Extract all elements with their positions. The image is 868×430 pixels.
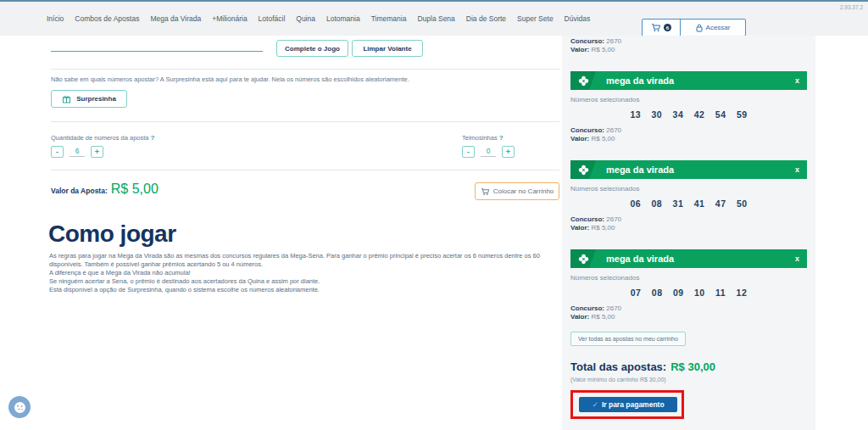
concurso-value: 2670 [606,37,621,45]
nav-item-combos[interactable]: Combos de Apostas [75,14,139,23]
cart-count-badge: 6 [664,24,671,31]
cart-top-item-valor: Valor: R$ 5,00 [570,46,806,54]
quantity-value[interactable]: 6 [70,147,85,157]
nav-item-super-sete[interactable]: Super Sete [517,14,554,23]
checkout-button[interactable]: ✓ Ir para pagamento [579,397,677,412]
clover-icon [570,249,596,268]
cart-item-valor: Valor: R$ 5,00 [570,135,806,143]
how-to-play-paragraph-2: A diferença é que a Mega da Virada não a… [49,269,568,277]
valor-label: Valor: [570,313,589,321]
valor-value: R$ 5,00 [591,135,615,142]
cart-icon [651,23,661,32]
complete-game-button[interactable]: Complete o Jogo [276,40,348,57]
cart-top-item-concurso: Concurso: 2670 [570,37,806,46]
teimosinhas-plus-button[interactable]: + [502,146,515,158]
cart-item-concurso: Concurso: 2670 [570,304,806,313]
selected-numbers: 06 08 31 41 47 50 [570,198,807,209]
cart-item-header: mega da virada x [570,71,807,90]
remove-bet-icon[interactable]: x [795,76,799,85]
cart-item-concurso: Concurso: 2670 [570,126,806,135]
annotation-highlight-box: ✓ Ir para pagamento [570,390,684,419]
cart-item-concurso: Concurso: 2670 [570,215,806,224]
nav-item-lotofacil[interactable]: Lotofácil [259,14,286,23]
cart-icon [481,187,490,196]
remove-bet-icon[interactable]: x [795,165,799,174]
quantity-stepper: - 6 + [51,146,103,158]
login-label: Acessar [706,24,731,31]
cookie-consent-button[interactable] [8,396,31,418]
cart-button[interactable]: 6 [643,20,681,36]
nav-item-inicio[interactable]: Início [47,14,64,23]
quantity-minus-button[interactable]: - [51,146,64,158]
concurso-label: Concurso: [570,37,604,45]
divider [51,69,559,70]
app-version: 2.93.37.2 [840,4,863,10]
how-to-play-title: Como jogar [48,221,176,248]
view-all-bets-button[interactable]: Ver todas as apostas no meu carrinho [570,332,686,346]
quantity-plus-button[interactable]: + [91,146,103,158]
teimosinhas-value[interactable]: 0 [481,147,496,157]
game-title: mega da virada [606,254,674,264]
cart-item-valor: Valor: R$ 5,00 [570,224,806,232]
nav-item-dia-de-sorte[interactable]: Dia de Sorte [466,14,506,23]
how-to-play-paragraph-3: Se ninguém acertar a Sena, o prêmio é de… [49,277,568,286]
concurso-label: Concurso: [570,126,604,134]
teimosinhas-minus-button[interactable]: - [462,146,475,158]
chosen-numbers-input[interactable] [51,39,263,52]
nav-item-duvidas[interactable]: Dúvidas [565,14,591,23]
quantity-label-text: Quantidade de números da aposta [51,134,149,142]
nav-item-milionaria[interactable]: +Milionária [212,14,247,23]
valor-label: Valor: [570,46,589,53]
cookie-icon [14,401,26,414]
cart-total-label: Total das apostas: [570,360,666,373]
teimosinhas-stepper: - 0 + [462,146,515,158]
add-to-cart-button[interactable]: Colocar no Carrinho [475,182,559,200]
numbers-selected-label: Números selecionados [570,274,806,282]
clear-ticket-button[interactable]: Limpar Volante [352,40,423,57]
clover-icon [570,71,596,90]
remove-bet-icon[interactable]: x [795,254,799,263]
nav-item-mega-da-virada[interactable]: Mega da Virada [150,14,201,23]
valor-label: Valor: [570,224,589,232]
cart-item-header: mega da virada x [570,160,807,179]
login-button[interactable]: Acessar [681,20,745,36]
main-nav: Início Combos de Apostas Mega da Virada … [47,2,590,36]
how-to-play-paragraph-4: Está disponível a opção de Surpresinha, … [49,286,568,294]
quantity-label: Quantidade de números da aposta ? [51,134,154,142]
nav-item-dupla-sena[interactable]: Dupla Sena [417,14,454,23]
top-navigation-bar: Início Combos de Apostas Mega da Virada … [0,2,868,36]
bet-price-value: R$ 5,00 [111,181,159,197]
checkout-label: Ir para pagamento [602,400,665,409]
how-to-play-paragraph-1: As regras para jogar na Mega da Virada s… [49,252,568,269]
bet-price-label: Valor da Aposta: [51,187,108,195]
nav-item-quina[interactable]: Quina [296,14,315,23]
numbers-selected-label: Números selecionados [570,185,806,193]
divider [51,170,559,170]
valor-value: R$ 5,00 [591,224,615,232]
nav-item-timemania[interactable]: Timemania [371,14,407,23]
cart-minimum-note: (Valor mínimo do carrinho R$ 30,00) [570,377,806,383]
cart-total-row: Total das apostas: R$ 30,00 [570,360,806,373]
valor-label: Valor: [570,135,589,142]
game-title: mega da virada [606,165,674,175]
auth-group: 6 Acessar [642,19,746,36]
valor-value: R$ 5,00 [591,313,615,321]
selected-numbers: 13 30 34 42 54 59 [570,109,807,120]
how-to-play-text: As regras para jogar na Mega da Virada s… [49,252,568,294]
nav-item-lotomania[interactable]: Lotomania [326,14,360,23]
teimosinhas-help-icon[interactable]: ? [499,134,504,142]
bet-price-row: Valor da Aposta: R$ 5,00 [51,181,159,197]
cart-item: mega da virada x Números selecionados 07… [570,249,806,321]
quantity-help-icon[interactable]: ? [151,134,155,142]
lock-icon [696,24,703,32]
teimosinhas-label-text: Teimosinhas [462,134,498,142]
add-to-cart-label: Colocar no Carrinho [493,187,554,195]
selected-numbers: 07 08 09 10 11 12 [570,288,807,298]
valor-value: R$ 5,00 [591,46,615,53]
surpresinha-button[interactable]: Surpresinha [51,90,127,108]
game-title: mega da virada [606,75,674,86]
concurso-value: 2670 [606,126,621,134]
cart-item: mega da virada x Números selecionados 06… [570,160,806,232]
cart-item-valor: Valor: R$ 5,00 [570,313,806,321]
concurso-value: 2670 [606,304,621,312]
